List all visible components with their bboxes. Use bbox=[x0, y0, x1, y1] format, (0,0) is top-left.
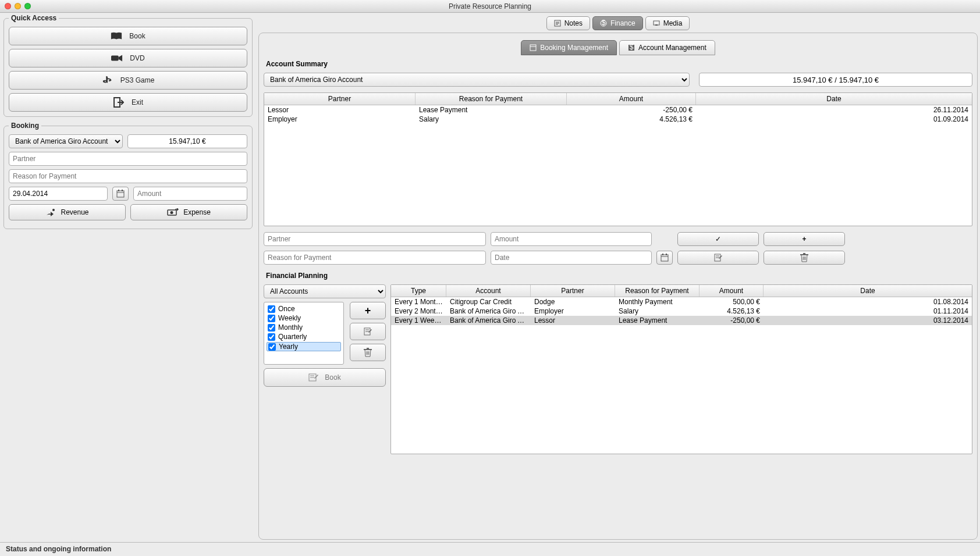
pcol-account[interactable]: Account bbox=[446, 285, 531, 297]
exit-button[interactable]: Exit bbox=[9, 93, 247, 112]
zoom-window-button[interactable] bbox=[24, 3, 31, 9]
col-date[interactable]: Date bbox=[696, 93, 972, 105]
table-row[interactable]: Every 1 Week(s)Bank of America Giro Ac..… bbox=[391, 316, 972, 325]
window-title: Private Resource Planning bbox=[0, 2, 980, 10]
edit-entry-button[interactable] bbox=[677, 251, 759, 265]
plan-delete-button[interactable] bbox=[350, 344, 386, 361]
media-icon bbox=[653, 20, 660, 27]
summary-account-select[interactable]: Bank of America Giro Account bbox=[264, 73, 690, 87]
traffic-lights bbox=[5, 3, 31, 9]
tab-finance[interactable]: $Finance bbox=[592, 16, 643, 30]
svg-text:$: $ bbox=[602, 20, 606, 27]
booking-panel: Booking Bank of America Giro Account Rev… bbox=[3, 122, 253, 229]
plan-edit-button[interactable] bbox=[350, 323, 386, 340]
finance-icon: $ bbox=[600, 20, 607, 27]
dvd-button[interactable]: DVD bbox=[9, 49, 247, 67]
minimize-window-button[interactable] bbox=[15, 3, 21, 9]
pcol-amount[interactable]: Amount bbox=[700, 285, 764, 297]
notes-icon bbox=[554, 20, 561, 27]
playstation-icon bbox=[102, 76, 113, 85]
booking-reason-input[interactable] bbox=[9, 169, 247, 183]
account-summary-label: Account Summary bbox=[264, 59, 972, 69]
summary-balance-display: 15.947,10 € / 15.947,10 € bbox=[699, 73, 972, 87]
booking-account-select[interactable]: Bank of America Giro Account bbox=[9, 134, 123, 148]
edit-partner-input[interactable] bbox=[264, 232, 486, 246]
col-reason[interactable]: Reason for Payment bbox=[416, 93, 567, 105]
titlebar: Private Resource Planning bbox=[0, 0, 980, 13]
calendar-icon bbox=[116, 190, 125, 198]
svg-point-8 bbox=[171, 211, 173, 214]
col-partner[interactable]: Partner bbox=[264, 93, 416, 105]
add-button[interactable]: + bbox=[764, 232, 845, 246]
table-row[interactable]: Every 2 Month(s)Bank of America Giro Ac.… bbox=[391, 306, 972, 316]
edit-amount-input[interactable] bbox=[491, 232, 652, 246]
top-tabs: Notes $Finance Media bbox=[258, 16, 978, 30]
tab-media[interactable]: Media bbox=[645, 16, 690, 30]
pcol-reason[interactable]: Reason for Payment bbox=[615, 285, 700, 297]
plus-icon: + bbox=[365, 305, 371, 317]
svg-text:$: $ bbox=[630, 44, 634, 51]
tab-booking-management[interactable]: Booking Management bbox=[521, 40, 617, 55]
delete-entry-button[interactable] bbox=[764, 251, 845, 265]
pcol-type[interactable]: Type bbox=[391, 285, 446, 297]
confirm-button[interactable]: ✓ bbox=[677, 232, 759, 246]
booking-amount-input[interactable] bbox=[133, 187, 247, 201]
booking-legend: Booking bbox=[9, 122, 41, 130]
quick-access-panel: Quick Access Book DVD PS3 Game Exit bbox=[3, 14, 253, 117]
plus-icon: + bbox=[802, 235, 806, 243]
table-row[interactable]: Every 1 Month(s)Citigroup Car CreditDodg… bbox=[391, 297, 972, 306]
calendar-icon bbox=[661, 254, 669, 262]
expense-button[interactable]: Expense bbox=[130, 204, 247, 220]
pcol-partner[interactable]: Partner bbox=[531, 285, 615, 297]
edit-icon bbox=[363, 327, 372, 336]
check-monthly[interactable]: Monthly bbox=[267, 323, 341, 332]
camera-icon bbox=[111, 54, 123, 62]
booking-balance-display bbox=[127, 134, 247, 148]
edit-reason-input[interactable] bbox=[264, 251, 486, 265]
booking-mgmt-icon bbox=[530, 44, 537, 51]
svg-rect-15 bbox=[654, 21, 659, 25]
trash-icon bbox=[364, 348, 372, 357]
check-weekly[interactable]: Weekly bbox=[267, 314, 341, 322]
planning-table: Type Account Partner Reason for Payment … bbox=[390, 284, 972, 454]
planning-account-select[interactable]: All Accounts bbox=[264, 284, 386, 298]
edit-date-input[interactable] bbox=[491, 251, 652, 265]
svg-rect-17 bbox=[530, 45, 536, 51]
exit-icon bbox=[113, 97, 125, 108]
plan-book-button[interactable]: Book bbox=[264, 368, 386, 387]
financial-planning-label: Financial Planning bbox=[264, 270, 972, 281]
pcol-date[interactable]: Date bbox=[764, 285, 972, 297]
booking-date-input[interactable] bbox=[9, 187, 108, 201]
account-mgmt-icon: $ bbox=[628, 44, 635, 51]
col-amount[interactable]: Amount bbox=[567, 93, 696, 105]
svg-rect-2 bbox=[117, 191, 124, 197]
status-bar: Status and ongoing information bbox=[0, 542, 980, 556]
check-once[interactable]: Once bbox=[267, 305, 341, 313]
quick-access-legend: Quick Access bbox=[9, 14, 59, 22]
revenue-icon bbox=[45, 208, 56, 216]
svg-rect-0 bbox=[111, 55, 119, 60]
svg-rect-21 bbox=[661, 255, 668, 261]
check-quarterly[interactable]: Quarterly bbox=[267, 333, 341, 341]
tab-account-management[interactable]: $Account Management bbox=[619, 40, 715, 55]
check-yearly[interactable]: Yearly bbox=[267, 342, 341, 351]
book-action-icon bbox=[308, 373, 319, 382]
booking-partner-input[interactable] bbox=[9, 152, 247, 166]
book-button[interactable]: Book bbox=[9, 27, 247, 45]
edit-icon bbox=[713, 253, 723, 262]
booking-calendar-button[interactable] bbox=[112, 187, 129, 201]
period-checklist: Once Weekly Monthly Quarterly Yearly bbox=[264, 302, 344, 365]
revenue-button[interactable]: Revenue bbox=[9, 204, 126, 220]
ps3-game-button[interactable]: PS3 Game bbox=[9, 71, 247, 90]
edit-calendar-button[interactable] bbox=[656, 251, 673, 265]
sub-tabs: Booking Management $Account Management bbox=[264, 40, 972, 55]
book-icon bbox=[111, 31, 122, 41]
plan-add-button[interactable]: + bbox=[350, 302, 386, 319]
finance-panel: Booking Management $Account Management A… bbox=[258, 33, 978, 540]
table-row[interactable]: EmployerSalary4.526,13 €01.09.2014 bbox=[264, 115, 972, 124]
close-window-button[interactable] bbox=[5, 3, 11, 9]
trash-icon bbox=[800, 253, 808, 262]
svg-point-6 bbox=[52, 209, 55, 211]
table-row[interactable]: LessorLease Payment-250,00 €26.11.2014 bbox=[264, 105, 972, 115]
tab-notes[interactable]: Notes bbox=[546, 16, 590, 30]
